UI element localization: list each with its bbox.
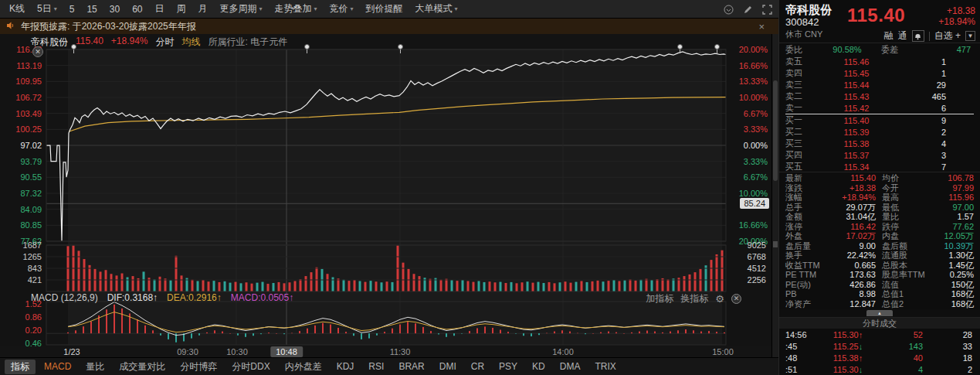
indicator-tab[interactable]: 量比 — [80, 360, 110, 374]
trade-count: 33 — [923, 342, 972, 351]
industry-label[interactable]: 所属行业: 电子元件 — [209, 36, 288, 49]
bid-price: 115.38 — [813, 139, 900, 148]
toolbar-item[interactable]: 60 — [126, 4, 148, 15]
currency-label: CNY — [805, 29, 822, 39]
trade-volume: 4 — [878, 365, 923, 374]
toolbar-item[interactable]: 更多周期 ▾ — [213, 2, 268, 15]
event-pin-icon[interactable] — [714, 44, 720, 54]
toolbar-item[interactable]: 走势叠加 ▾ — [269, 2, 324, 15]
avg-line-label[interactable]: 均线 — [182, 36, 201, 49]
toolbar-item[interactable]: 15 — [80, 4, 103, 15]
indicator-tab[interactable]: KD — [526, 360, 551, 373]
indicator-tab[interactable]: MACD — [38, 360, 77, 373]
chart-scrollbar[interactable] — [771, 34, 778, 357]
ask-volume: 6 — [900, 104, 946, 113]
bid-row[interactable]: 买三 115.38 4 — [785, 138, 974, 149]
pencil-icon[interactable] — [743, 5, 753, 15]
indicator-tab[interactable]: BRAR — [392, 360, 430, 373]
toolbar-item[interactable]: 月 — [192, 2, 213, 15]
fullscreen-icon[interactable] — [762, 5, 772, 15]
toolbar-item[interactable]: 到价提醒 — [360, 2, 409, 15]
ask-row[interactable]: 卖四 115.45 1 — [785, 67, 974, 79]
close-icon[interactable]: × — [758, 21, 772, 32]
toolbar-item[interactable]: 5 — [63, 4, 81, 15]
bid-row[interactable]: 买五 115.34 7 — [785, 161, 974, 172]
mode-intraday-label[interactable]: 分时 — [156, 36, 175, 49]
percent-axis-tick: 16.66% — [739, 220, 768, 230]
bid-row[interactable]: 买二 115.39 2 — [785, 126, 974, 138]
indicator-tab[interactable]: DMA — [554, 360, 587, 373]
trade-direction-arrow: ↓ — [859, 365, 863, 374]
stat-value: 10.39万 — [924, 241, 974, 251]
event-pin-icon[interactable] — [70, 44, 76, 54]
scrollbar-thumb[interactable] — [773, 80, 778, 181]
price-axis-tick: 106.72 — [0, 93, 42, 102]
tick-trade-row: :48 115.38↑ 40 18 — [779, 352, 980, 363]
stat-row: PB 8.98 总值1 168亿 — [785, 289, 974, 299]
stat-label: 最新 — [785, 173, 826, 182]
indicator-tab[interactable]: CR — [465, 360, 490, 373]
commission-ratio-row: 委比 90.58% 委差 477 — [779, 43, 980, 56]
price-axis-tick: 93.79 — [0, 157, 42, 166]
event-pin-icon[interactable] — [677, 44, 683, 54]
close-indicator-icon[interactable]: ✕ — [731, 294, 741, 304]
ask-row[interactable]: 卖三 115.44 29 — [785, 79, 974, 90]
stat-value: 1.57 — [924, 212, 974, 221]
gear-icon[interactable]: ⚙ — [715, 293, 724, 305]
indicator-tab[interactable]: TRIX — [588, 360, 622, 373]
indicator-tab[interactable]: 内外盘差 — [279, 360, 328, 374]
trade-count: 2 — [923, 365, 972, 374]
ask-row[interactable]: 卖一 115.42 6 — [785, 102, 974, 114]
chart-close-icon[interactable]: ✕ — [32, 46, 43, 57]
ask-price: 115.44 — [813, 80, 900, 90]
stat-row: 外盘 17.02万 内盘 12.05万 — [785, 231, 974, 241]
trade-price: 115.25↓ — [818, 342, 878, 351]
bid-row[interactable]: 买四 115.37 3 — [785, 149, 974, 161]
indicator-tab[interactable]: KDJ — [331, 360, 361, 373]
watchlist-dropdown-icon[interactable]: ▼ — [965, 31, 975, 41]
toolbar-item[interactable]: 30 — [103, 4, 126, 15]
stat-label: PE(动) — [785, 280, 826, 289]
indicator-tab[interactable]: 分时博弈 — [174, 360, 223, 374]
toolbar-item[interactable]: K线 — [3, 2, 31, 15]
history-clock-icon[interactable] — [724, 5, 734, 15]
indicator-tab[interactable]: DMI — [433, 360, 463, 373]
toolbar-item[interactable]: 日 — [148, 2, 170, 15]
bid-row[interactable]: 买一 115.40 9 — [785, 114, 974, 126]
ask-row[interactable]: 卖五 115.46 1 — [785, 56, 974, 67]
event-pin-icon[interactable] — [397, 44, 403, 54]
indicator-tab[interactable]: 成交量对比 — [113, 360, 171, 374]
bid-level-label: 买一 — [785, 114, 813, 126]
ask-row[interactable]: 卖二 115.43 465 — [785, 90, 974, 102]
switch-indicator-button[interactable]: 换指标 — [680, 292, 708, 305]
toolbar-item-label: 60 — [132, 4, 142, 15]
toolbar-item[interactable]: 5日 ▾ — [31, 2, 63, 15]
ask-price: 115.42 — [813, 104, 900, 113]
toolbar-item-label: 走势叠加 — [275, 2, 312, 15]
panel-collapse-handle[interactable]: ▲ — [779, 309, 980, 317]
indicator-tab[interactable]: PSY — [493, 360, 524, 373]
alert-bell-icon[interactable] — [912, 30, 924, 42]
trade-time: :45 — [785, 342, 818, 351]
toolbar-item[interactable]: 竞价 ▾ — [324, 2, 360, 15]
event-pin-icon[interactable] — [303, 44, 310, 54]
toolbar-item[interactable]: 周 — [170, 2, 192, 15]
stat-value: 106.78 — [924, 173, 974, 182]
add-indicator-button[interactable]: 加指标 — [646, 292, 673, 305]
chevron-down-icon: ▾ — [314, 5, 317, 12]
ask-price: 115.43 — [813, 92, 900, 101]
intraday-chart[interactable]: 帝科股份 115.40 +18.94% 分时 均线 所属行业: 电子元件 ✕ 1… — [0, 34, 778, 346]
stat-value: 1.45亿 — [924, 261, 974, 270]
indicator-tab[interactable]: 指标 — [5, 360, 36, 374]
toolbar-item[interactable]: 大单模式 ▾ — [409, 2, 464, 15]
trade-price: 115.30↓ — [818, 365, 878, 374]
indicator-tab[interactable]: RSI — [362, 360, 390, 373]
bid-price: 115.37 — [813, 151, 900, 160]
add-watchlist-button[interactable]: 自选 + — [934, 29, 961, 43]
trade-count: 28 — [923, 330, 972, 339]
percent-axis-tick: 3.33% — [744, 157, 768, 166]
stat-label: 换手 — [785, 251, 826, 260]
indicator-tab[interactable]: 分时DDX — [226, 360, 276, 374]
stat-row: PE TTM 173.63 股息率TTM 0.25% — [785, 270, 974, 280]
ask-volume: 1 — [900, 69, 946, 78]
